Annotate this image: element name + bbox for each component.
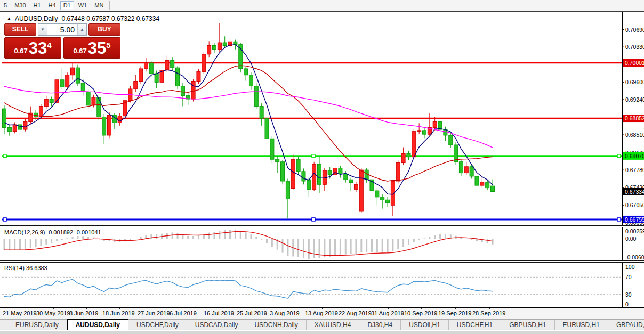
- buy-button[interactable]: BUY: [88, 23, 120, 36]
- chart-tab-audusd-daily[interactable]: AUDUSD,Daily: [67, 319, 128, 330]
- svg-text:-0.00602: -0.00602: [625, 254, 644, 260]
- date-tick-mark: [86, 308, 87, 309]
- buy-price-prefix: 0.67: [73, 46, 86, 56]
- svg-text:0.67334: 0.67334: [625, 189, 644, 195]
- date-label: 19 Sep 2019: [438, 310, 471, 316]
- buy-price-big-digits: 35: [88, 40, 106, 56]
- date-tick-mark: [421, 308, 422, 309]
- chart-tab-eurusd-daily[interactable]: EURUSD,Daily: [7, 320, 67, 330]
- rsi-panel-label: RSI(14) 36.6383: [4, 265, 47, 271]
- date-label: 25 Jul 2019: [237, 310, 267, 316]
- svg-text:0.68852: 0.68852: [625, 115, 644, 121]
- date-label: 18 Jun 2019: [102, 310, 135, 316]
- date-label: 8 Jun 2019: [69, 310, 98, 316]
- chart-tab-xauusd-h4[interactable]: XAUUSD,H4: [307, 320, 360, 330]
- chart-tab-usdcad-daily[interactable]: USDCAD,Daily: [187, 320, 247, 330]
- buy-price-pip-digit: 5: [106, 40, 110, 50]
- chart-tab-gbpusd-h1[interactable]: GBPUSD,H1: [501, 320, 554, 330]
- date-label: 21 May 2019: [3, 310, 37, 316]
- date-axis[interactable]: 21 May 201930 May 20198 Jun 201918 Jun 2…: [0, 308, 644, 319]
- svg-text:0.66755: 0.66755: [625, 216, 644, 223]
- date-label: 16 Jul 2019: [204, 310, 234, 316]
- date-tick-mark: [187, 308, 187, 309]
- status-strip: [0, 330, 644, 334]
- toolbar-separator: [109, 1, 110, 10]
- svg-text:0.69600: 0.69600: [625, 79, 644, 85]
- date-label: 22 Aug 2019: [339, 310, 372, 316]
- rsi-value: 36.6383: [26, 265, 47, 271]
- date-tick-mark: [455, 308, 456, 309]
- date-tick-mark: [489, 308, 490, 309]
- chart-tab-usdchf-h1[interactable]: USDCHF,H1: [449, 320, 501, 330]
- chart-tab-dj30-h4[interactable]: DJ30,H4: [359, 320, 401, 330]
- trading-platform-window: 5M30H1H4D1W1MN 0.706900.703300.699700.69…: [0, 0, 644, 334]
- collapse-panel-icon[interactable]: ▲: [7, 16, 11, 21]
- date-label: 30 May 2019: [36, 310, 70, 316]
- svg-text:0.67050: 0.67050: [625, 202, 644, 208]
- volume-spinner: ▼ ▲: [38, 23, 87, 36]
- chart-symbol-label: AUDUSD,Daily: [15, 15, 58, 22]
- timeframe-button-h4[interactable]: H4: [45, 1, 59, 10]
- date-label: 27 Jun 2019: [138, 310, 170, 316]
- buy-price-box[interactable]: 0.67 35 5: [63, 37, 120, 59]
- volume-increase-icon[interactable]: ▲: [77, 24, 86, 35]
- chart-tab-usdcnh-daily[interactable]: USDCNH,Daily: [246, 320, 306, 330]
- date-tick-mark: [322, 308, 323, 309]
- svg-text:0.69240: 0.69240: [625, 96, 644, 103]
- sell-price-prefix: 0.67: [14, 46, 27, 56]
- date-tick-mark: [254, 308, 254, 309]
- svg-text:0.00: 0.00: [625, 235, 637, 242]
- svg-text:0.67780: 0.67780: [625, 167, 644, 173]
- chart-ohlc-values: 0.67448 0.67587 0.67322 0.67334: [62, 15, 160, 22]
- svg-text:0.68510: 0.68510: [625, 132, 644, 138]
- chart-ohlc-header: ▲ AUDUSD,Daily 0.67448 0.67587 0.67322 0…: [7, 15, 159, 22]
- timeframe-toolbar: 5M30H1H4D1W1MN: [0, 0, 644, 11]
- date-tick-mark: [221, 308, 221, 309]
- chart-tab-usdoil-h1[interactable]: USDOil,H1: [401, 320, 449, 330]
- rsi-name: RSI(14): [4, 265, 25, 271]
- timeframe-button-mn[interactable]: MN: [91, 1, 107, 10]
- svg-text:0.002592: 0.002592: [625, 228, 644, 234]
- date-label: 31 Aug 2019: [371, 310, 404, 316]
- macd-name: MACD(12,26,9): [4, 229, 45, 235]
- date-tick-mark: [119, 308, 120, 309]
- volume-input[interactable]: [47, 24, 77, 35]
- sell-price-pip-digit: 4: [47, 40, 51, 50]
- volume-decrease-icon[interactable]: ▼: [38, 24, 47, 35]
- date-tick-mark: [20, 308, 20, 309]
- svg-text:100: 100: [625, 264, 635, 270]
- sell-price-box[interactable]: 0.67 33 4: [4, 37, 61, 59]
- date-tick-mark: [388, 308, 389, 309]
- macd-panel-label: MACD(12,26,9) -0.001892 -0.001041: [4, 229, 101, 235]
- macd-values: -0.001892 -0.001041: [46, 229, 101, 235]
- date-tick-mark: [53, 308, 54, 309]
- timeframe-button-w1[interactable]: W1: [75, 1, 91, 10]
- date-label: 10 Sep 2019: [404, 310, 437, 316]
- timeframe-button-h1[interactable]: H1: [30, 1, 44, 10]
- timeframe-button-5[interactable]: 5: [1, 1, 10, 10]
- date-label: 28 Sep 2019: [472, 310, 505, 316]
- chart-tab-bar: EURUSD,DailyAUDUSD,DailyUSDCHF,DailyUSDC…: [0, 319, 644, 330]
- chart-tab-eurusd-h1[interactable]: EURUSD,H1: [555, 320, 608, 330]
- svg-text:0.70330: 0.70330: [625, 44, 644, 50]
- svg-text:0.70690: 0.70690: [625, 27, 644, 33]
- svg-text:0.68070: 0.68070: [625, 153, 644, 159]
- svg-text:30: 30: [625, 291, 632, 298]
- svg-text:70: 70: [625, 274, 632, 280]
- svg-text:0: 0: [625, 301, 629, 307]
- date-tick-mark: [287, 308, 287, 309]
- sell-price-big-digits: 33: [29, 40, 47, 56]
- chart-tab-gbpaud-h1[interactable]: GBPAUD,H1: [608, 320, 644, 330]
- sell-button[interactable]: SELL: [4, 23, 36, 36]
- date-tick-mark: [155, 308, 155, 309]
- date-label: 3 Aug 2019: [270, 310, 300, 316]
- timeframe-button-d1[interactable]: D1: [60, 1, 74, 10]
- svg-text:0.70001: 0.70001: [625, 60, 644, 66]
- one-click-trade-panel: SELL ▼ ▲ BUY 0.67 33 4 0.67 35 5: [4, 23, 120, 59]
- date-label: 13 Aug 2019: [305, 310, 338, 316]
- chart-tab-usdchf-daily[interactable]: USDCHF,Daily: [128, 320, 187, 330]
- timeframe-button-m30[interactable]: M30: [11, 1, 29, 10]
- date-tick-mark: [356, 308, 356, 309]
- rsi-indicator-canvas[interactable]: 10070300: [0, 263, 644, 308]
- date-label: 6 Jul 2019: [170, 310, 197, 316]
